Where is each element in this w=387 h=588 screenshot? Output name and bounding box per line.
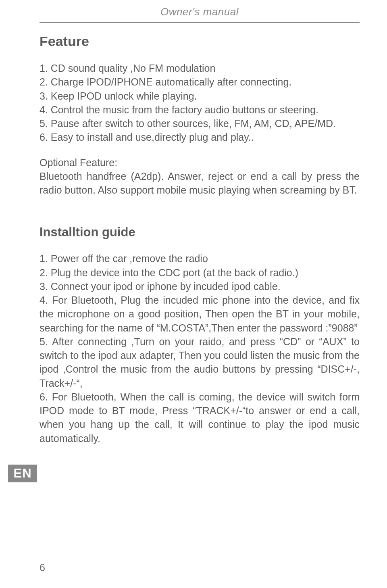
feature-item: 6. Easy to install and use,directly plug… [40, 130, 360, 144]
install-item: 4. For Bluetooth, Plug the incuded mic p… [40, 293, 360, 335]
language-tab: EN [8, 465, 37, 482]
feature-item: 4. Control the music from the factory au… [40, 103, 360, 117]
page-header: Owner's manual [40, 6, 360, 23]
install-item: 1. Power off the car ,remove the radio [40, 252, 360, 265]
feature-item: 5. Pause after switch to other sources, … [40, 117, 360, 130]
optional-feature-block: Optional Feature: Bluetooth handfree (A2… [40, 156, 360, 197]
install-list: 1. Power off the car ,remove the radio 2… [40, 252, 360, 445]
optional-feature-body: Bluetooth handfree (A2dp). Answer, rejec… [40, 171, 360, 196]
feature-item: 2. Charge IPOD/IPHONE automatically afte… [40, 75, 360, 89]
optional-feature-title: Optional Feature: [40, 156, 360, 169]
install-item: 3. Connect your ipod or iphone by incude… [40, 279, 360, 293]
install-item: 5. After connecting ,Turn on your raido,… [40, 335, 360, 390]
feature-list: 1. CD sound quality ,No FM modulation 2.… [40, 61, 360, 144]
install-item: 2. Plug the device into the CDC port (at… [40, 266, 360, 279]
feature-item: 3. Keep IPOD unlock while playing. [40, 89, 360, 103]
installation-heading: Installtion guide [40, 225, 360, 240]
feature-item: 1. CD sound quality ,No FM modulation [40, 61, 360, 75]
install-item: 6. For Bluetooth, When the call is comin… [40, 390, 360, 445]
page-number: 6 [40, 562, 45, 573]
feature-heading: Feature [40, 33, 360, 49]
page-container: Owner's manual Feature 1. CD sound quali… [0, 0, 387, 588]
